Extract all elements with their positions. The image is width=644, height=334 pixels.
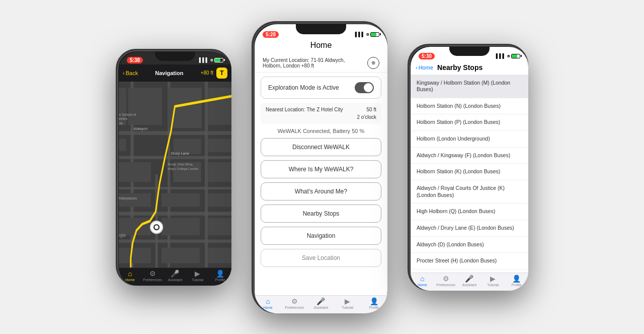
nearest-label: Nearest Location: The Z Hotel City [266,107,343,112]
location-text: My Current Location: 71-91 Aldwych, Holb… [263,57,363,69]
home-screen-title: Home [255,39,387,54]
play-icon-phone3: ▶ [490,275,496,282]
stop-item-4[interactable]: Aldwych / Kingsway (F) (London Buses) [411,148,528,164]
home-icon: ⌂ [128,270,132,277]
stop-item-10[interactable]: Procter Street (H) (London Buses) [411,253,528,270]
tab-assistant-phone3[interactable]: 🎤 Assistant [458,275,481,287]
person-icon: 👤 [216,270,224,277]
nearby-stops-title: Nearby Stops [437,63,482,72]
signal-icon-phone2: ▌▌▌ [355,32,365,37]
svg-rect-14 [119,139,126,151]
tab-home-phone1[interactable]: ⌂ Home [119,270,141,282]
back-button-phone1[interactable]: ‹ Back [123,70,138,76]
svg-text:Google: Google [119,232,126,237]
stop-item-2[interactable]: Holborn Station (P) (London Buses) [411,114,528,131]
status-time-phone1: 5:38 [127,57,143,63]
status-time-phone2: 5:28 [263,31,279,38]
stop-item-9[interactable]: Aldwych (D) (London Buses) [411,237,528,253]
map-nav-bar: ‹ Back Navigation +80 ft T [119,64,231,82]
battery-icon-phone2 [370,32,379,37]
tab-home-phone3[interactable]: ⌂ Home [411,275,434,287]
svg-rect-2 [119,156,231,159]
phone-nearby-stops: 5:30 ▌▌▌ ⌾ ‹ Home Nearby Stops Kingsway … [408,44,528,291]
navigation-btn[interactable]: Navigation [261,227,381,245]
gear-icon-phone3: ⚙ [443,275,449,282]
save-location-btn[interactable]: Save Location [261,249,381,267]
svg-rect-3 [119,187,231,189]
stop-item-5[interactable]: Holborn Station (K) (London Buses) [411,164,528,180]
stop-item-3[interactable]: Holborn (London Underground) [411,131,528,148]
tab-profile-phone3[interactable]: 👤 Profile [505,275,528,287]
back-button-phone3[interactable]: ‹ Home [416,64,433,71]
stop-item-0[interactable]: Kingsway / Holborn Station (M) (London B… [411,75,528,98]
tab-profile-phone1[interactable]: 👤 Profile [209,270,231,282]
tab-home-phone2[interactable]: ⌂ Home [255,298,281,309]
tab-bar-phone2: ⌂ Home ⚙ Preferences 🎤 Assistant ▶ Tutor… [255,295,387,313]
wifi-icon-phone3: ⌾ [507,53,510,58]
gear-icon: ⚙ [149,270,156,277]
disconnect-wewalk-btn[interactable]: Disconnect WeWALK [261,138,381,156]
tab-profile-phone2[interactable]: 👤 Profile [361,298,387,309]
svg-text:land Underpasses: land Underpasses [119,196,137,200]
tab-preferences-phone1[interactable]: ⚙ Preferences [141,270,164,282]
nearby-stops-btn[interactable]: Nearby Stops [261,205,381,223]
stops-list: Kingsway / Holborn Station (M) (London B… [411,75,528,273]
svg-text:Bungl.. East Wing,: Bungl.. East Wing, [168,162,193,166]
battery-icon [214,58,223,62]
svg-text:london School of: london School of [119,112,136,116]
status-icons-phone3: ▌▌▌ ⌾ [496,53,520,58]
wifi-icon-phone2: ⌾ [366,32,369,37]
wifi-icon: ⌾ [210,57,213,62]
map-svg: Aldwych Drury Lane london School of Econ… [119,82,231,268]
tab-tutorial-phone2[interactable]: ▶ Tutorial [334,298,361,309]
tab-preferences-phone3[interactable]: ⚙ Preferences [434,275,458,287]
play-icon-phone2: ▶ [345,298,350,305]
gear-icon-phone2: ⚙ [291,298,298,305]
mic-icon: 🎤 [171,270,179,277]
nav-elevation: +80 ft [201,70,213,76]
notch-phone2 [296,24,346,34]
signal-icon-phone3: ▌▌▌ [496,53,506,58]
svg-rect-27 [162,247,200,263]
svg-rect-19 [208,162,231,181]
signal-icon: ▌▌▌ [199,57,209,62]
where-is-wewalk-btn[interactable]: Where Is My WeWALK? [261,160,381,178]
tab-assistant-phone1[interactable]: 🎤 Assistant [164,270,187,282]
mic-icon-phone2: 🎤 [316,298,325,305]
nearest-direction-info: 2 o'clock [266,113,376,121]
stop-item-8[interactable]: Aldwych / Drury Lane (E) (London Buses) [411,220,528,237]
nearest-distance: 50 ft [367,107,376,112]
notch-phone3 [449,47,490,56]
whats-around-me-btn[interactable]: What's Around Me? [261,182,381,201]
svg-text:Political...: Political... [119,121,125,124]
nearest-direction: 2 o'clock [357,114,376,120]
tab-tutorial-phone1[interactable]: ▶ Tutorial [186,270,209,282]
svg-rect-22 [208,193,231,207]
stop-item-1[interactable]: Holborn Station (N) (London Buses) [411,98,528,115]
play-icon: ▶ [195,270,200,277]
svg-rect-4 [119,212,231,215]
stop-item-6[interactable]: Aldwych / Royal Courts Of Justice (K) (L… [411,180,528,204]
status-icons-phone2: ▌▌▌ ⌾ [355,32,379,37]
person-icon-phone3: 👤 [512,275,521,282]
battery-status-text: WeWALK Connected, Battery 50 % [261,128,381,134]
svg-rect-24 [162,218,200,235]
exploration-mode-toggle[interactable] [355,82,374,93]
svg-rect-8 [205,82,208,268]
location-target-btn[interactable]: ⊕ [367,57,379,69]
transit-icon-btn[interactable]: T [216,68,227,79]
svg-rect-25 [208,218,231,235]
tab-tutorial-phone3[interactable]: ▶ Tutorial [481,275,505,287]
nearest-location-card: Nearest Location: The Z Hotel City 50 ft… [261,103,381,124]
exploration-mode-card[interactable]: Exploration Mode is Active [261,77,381,99]
stop-item-7[interactable]: High Holborn (Q) (London Buses) [411,204,528,220]
tab-assistant-phone2[interactable]: 🎤 Assistant [308,298,335,309]
map-view: Aldwych Drury Lane london School of Econ… [119,82,231,268]
status-time-phone3: 5:30 [419,53,435,59]
home-icon-phone2: ⌂ [266,298,270,305]
tab-bar-phone1: ⌂ Home ⚙ Preferences 🎤 Assistant ▶ Tutor… [119,268,231,286]
location-bar: My Current Location: 71-91 Aldwych, Holb… [255,54,387,73]
svg-rect-28 [208,247,231,263]
tab-preferences-phone2[interactable]: ⚙ Preferences [281,298,308,309]
phone-navigation: 5:38 ▌▌▌ ⌾ ‹ Back Navigation +80 ft T [116,49,231,286]
